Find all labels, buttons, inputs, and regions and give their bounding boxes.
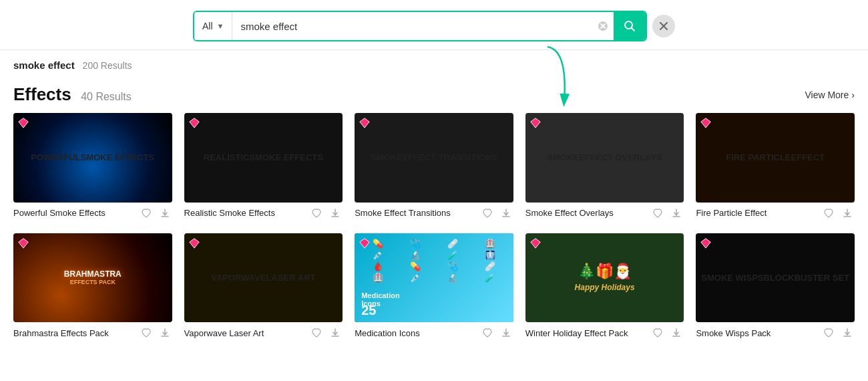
item-actions [309,207,343,220]
search-clear-button[interactable] [592,12,614,40]
like-button[interactable] [480,207,495,220]
like-button[interactable] [139,326,154,340]
item-thumbnail: VAPORWAVELASER ART [184,233,343,323]
download-icon [160,208,170,219]
item-card[interactable]: POWERFULSMOKE EFFECTS Powerful Smoke Eff… [13,113,172,221]
download-button[interactable] [669,326,684,340]
premium-badge [17,117,31,130]
like-button[interactable] [309,207,324,220]
item-info: Realistic Smoke Effects [184,203,343,221]
close-search-button[interactable] [652,15,675,37]
item-name: Smoke Effect Transitions [355,208,480,218]
download-button[interactable] [499,326,513,340]
item-actions [139,326,172,340]
item-card[interactable]: VAPORWAVELASER ART Vaporwave Laser Art [184,233,343,342]
item-name: Winter Holiday Effect Pack [525,328,651,338]
like-button[interactable] [480,326,495,340]
like-button[interactable] [650,326,665,340]
view-more-label: View More [805,90,849,100]
chevron-right-icon: › [851,90,855,100]
item-info: Smoke Wisps Pack [696,322,855,341]
search-submit-button[interactable] [614,12,646,40]
section-title: Effects [13,84,71,104]
heart-icon [823,328,834,338]
search-wrapper: All ▼ [193,11,647,41]
section-title-group: Effects 40 Results [13,84,132,105]
download-icon [842,208,853,219]
result-count: 200 Results [83,60,132,71]
item-actions [650,326,684,340]
premium-badge [529,117,543,130]
item-thumbnail: 🎄🎁🎅 Happy Holidays [525,233,684,323]
item-name: Brahmastra Effects Pack [13,328,139,338]
item-name: Medication Icons [355,328,480,338]
download-button[interactable] [499,207,513,220]
section-result-count: 40 Results [81,91,132,102]
premium-badge [700,237,713,251]
view-more-button[interactable]: View More › [805,90,855,100]
download-button[interactable] [328,207,343,220]
item-thumbnail: 💊🩺🩹🏥💉🔬🧪🩻🩸💊🩺🩹🏥💉🔬🧪 MedicationIcons 25 [355,233,513,323]
item-thumbnail: SMOKEEFFECT OVERLAYS [525,113,684,203]
search-icon [623,19,636,33]
search-input[interactable] [232,12,592,40]
item-card[interactable]: 🎄🎁🎅 Happy Holidays Winter Holiday Effect… [525,233,684,342]
item-info: Smoke Effect Overlays [525,203,684,221]
download-icon [501,328,511,338]
svg-marker-12 [701,118,710,128]
download-button[interactable] [158,207,172,220]
download-button[interactable] [669,207,684,220]
download-icon [842,328,853,338]
download-button[interactable] [328,326,343,340]
item-name: Fire Particle Effect [696,208,821,218]
item-actions [650,207,684,220]
premium-badge [529,237,543,251]
like-button[interactable] [650,207,665,220]
download-button[interactable] [840,326,855,340]
download-icon [330,208,341,219]
search-term: smoke effect [13,59,75,71]
heart-icon [311,208,322,219]
like-button[interactable] [821,207,836,220]
category-label: All [202,21,213,31]
item-name: Vaporwave Laser Art [184,328,310,338]
item-card[interactable]: SMOKE WISPSBLOCKBUSTER SET Smoke Wisps P… [696,233,855,342]
item-info: Smoke Effect Transitions [355,203,513,221]
download-button[interactable] [840,207,855,220]
item-card[interactable]: SMOKEEFFECT TRANSITIONS Smoke Effect Tra… [355,113,513,221]
item-info: Medication Icons [355,322,513,341]
item-card[interactable]: BRAHMASTRA EFFECTS PACK Brahmastra Effec… [13,233,172,342]
like-button[interactable] [139,207,154,220]
item-info: Fire Particle Effect [696,203,855,221]
svg-marker-16 [531,238,540,247]
like-button[interactable] [309,326,324,340]
chevron-down-icon: ▼ [217,22,224,30]
item-name: Realistic Smoke Effects [184,208,310,218]
premium-badge [359,117,372,130]
item-actions [480,326,513,340]
category-dropdown[interactable]: All ▼ [194,12,232,40]
premium-badge [359,237,372,251]
item-card[interactable]: SMOKEEFFECT OVERLAYS Smoke Effect Overla… [525,113,684,221]
download-icon [330,328,341,338]
download-icon [671,328,682,338]
heart-icon [482,328,493,338]
item-info: Winter Holiday Effect Pack [525,322,684,341]
item-actions [139,207,172,220]
item-card[interactable]: REALISTICSMOKE EFFECTS Realistic Smoke E… [184,113,343,221]
download-icon [671,208,682,219]
heart-icon [141,208,152,219]
download-button[interactable] [158,326,172,340]
heart-icon [652,208,663,219]
item-actions [821,326,855,340]
item-card[interactable]: FIRE PARTICLEEFFECT Fire Particle Effect [696,113,855,221]
svg-marker-17 [701,238,710,247]
search-summary: smoke effect 200 Results [13,50,855,75]
heart-icon [823,208,834,219]
like-button[interactable] [821,326,836,340]
heart-icon [311,328,322,338]
premium-badge [188,237,202,251]
item-thumbnail: SMOKEEFFECT TRANSITIONS [355,113,513,203]
item-card[interactable]: 💊🩺🩹🏥💉🔬🧪🩻🩸💊🩺🩹🏥💉🔬🧪 MedicationIcons 25 Medi… [355,233,513,342]
premium-badge [188,117,202,130]
